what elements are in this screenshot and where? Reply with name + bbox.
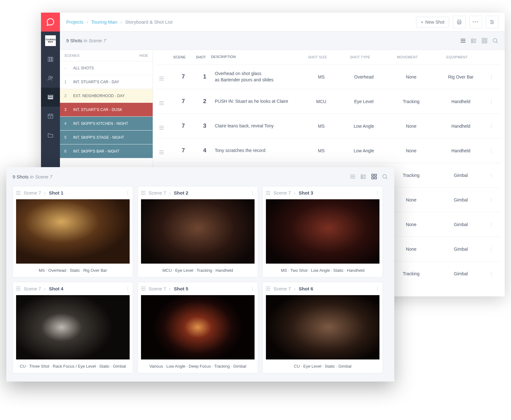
card-menu[interactable]: ⋮ [126,190,130,195]
row-menu[interactable]: ⋮ [485,247,493,251]
svg-point-31 [493,38,497,42]
row-menu[interactable]: ⋮ [485,124,493,128]
drag-handle[interactable] [159,98,172,105]
overlay-search-button[interactable] [382,173,388,180]
shot-count-scene: in Scene 7 [84,38,106,43]
row-menu[interactable]: ⋮ [485,74,493,79]
row-menu[interactable]: ⋮ [485,173,493,178]
drag-handle[interactable] [159,147,172,154]
drag-handle[interactable] [16,191,21,195]
nav-boards[interactable] [41,50,60,69]
cell-movement: None [385,124,437,129]
storyboard-card[interactable]: Scene 7›Shot 6⋮CU · Eye Level · Static ·… [262,282,383,373]
card-menu[interactable]: ⋮ [126,286,130,291]
card-thumbnail[interactable] [16,199,130,264]
row-menu[interactable]: ⋮ [485,271,493,276]
chevron-right-icon: › [169,286,171,291]
drag-handle[interactable] [266,287,270,290]
svg-rect-36 [361,175,363,176]
row-menu[interactable]: ⋮ [485,222,493,227]
scene-item[interactable]: 6INT. SKIPP'S BAR - NIGHT [60,144,153,158]
overlay-view-grid[interactable] [371,173,377,180]
new-shot-button[interactable]: + New Shot [416,17,449,27]
table-row[interactable]: 73Claire leans back, reveal TonyMSLow An… [157,114,501,138]
row-menu[interactable]: ⋮ [485,148,493,153]
card-menu[interactable]: ⋮ [375,190,379,195]
scenes-hide[interactable]: HIDE [139,54,148,57]
scene-label: INT. STUART'S CAR - DAY [73,80,119,84]
th-type: SHOT TYPE [339,55,381,59]
table-row[interactable]: 72PUSH IN: Stuart as he looks at ClaireM… [157,89,501,114]
drag-handle[interactable] [266,191,270,195]
svg-rect-21 [472,39,473,40]
svg-rect-43 [375,174,377,176]
table-row[interactable]: 74Tony scratches the recordMSLow AngleNo… [157,138,501,163]
svg-rect-7 [48,98,53,99]
print-button[interactable] [453,16,466,28]
card-thumbnail[interactable] [266,295,379,359]
storyboard-card[interactable]: Scene 7›Shot 3⋮MS · Two Shot · Low Angle… [262,186,383,277]
drag-handle[interactable] [16,287,21,290]
card-thumbnail[interactable] [141,295,255,359]
drag-handle[interactable] [159,73,172,80]
overlay-view-list[interactable] [349,173,356,180]
scene-label: INT. SKIPP'S STAGE - NIGHT [73,135,124,140]
cell-description: Claire leans back, reveal Tony [215,123,300,129]
nav-files[interactable] [41,125,60,144]
scene-num: 6 [64,149,73,154]
scene-item[interactable]: 1INT. STUART'S CAR - DAY [60,75,153,89]
overlay-view-detail[interactable] [360,173,367,180]
drag-handle[interactable] [159,123,172,130]
svg-point-46 [383,174,386,178]
scene-item[interactable]: 5INT. SKIPP'S STAGE - NIGHT [60,131,153,144]
drag-handle[interactable] [141,191,145,195]
row-menu[interactable]: ⋮ [485,99,493,104]
svg-point-16 [493,21,494,22]
storyboard-card[interactable]: Scene 7›Shot 4⋮CU · Three Shot · Rack Fo… [13,282,133,373]
card-thumbnail[interactable] [141,199,255,264]
breadcrumb-project[interactable]: Touring Man [91,19,117,25]
scene-num: 5 [64,135,73,140]
scene-label: INT. SKIPP'S KITCHEN - NIGHT [73,121,128,126]
table-row[interactable]: 71Overhead on shot glassas Bartender pou… [157,64,501,89]
card-menu[interactable]: ⋮ [375,286,379,291]
cell-movement: None [385,148,437,153]
svg-rect-42 [372,174,374,176]
more-button[interactable]: ••• [469,16,482,28]
svg-rect-44 [372,177,374,179]
card-menu[interactable]: ⋮ [250,286,255,291]
card-shot: Shot 6 [299,286,313,291]
cell-size: MS [300,124,343,129]
scene-item-all[interactable]: - ALL SHOTS [60,61,153,75]
card-menu[interactable]: ⋮ [250,190,255,195]
scene-item[interactable]: 2EXT. NEIGHBORHOOD - DAY [60,89,153,103]
scene-item[interactable]: 3INT. STUART'S CAR - DUSK [60,103,153,117]
scene-item[interactable]: 4INT. SKIPP'S KITCHEN - NIGHT [60,117,153,131]
nav-team[interactable] [41,69,60,88]
cell-scene: 7 [172,73,195,80]
breadcrumb-current: Storyboard & Shot List [125,19,173,25]
settings-button[interactable] [486,16,498,28]
view-list[interactable] [460,38,466,44]
view-grid[interactable] [481,38,488,44]
scene-label: INT. SKIPP'S BAR - NIGHT [73,149,119,154]
card-caption: MCU · Eye Level · Tracking · Handheld [141,268,255,273]
search-button[interactable] [492,38,498,44]
view-detail[interactable] [471,38,477,44]
svg-rect-39 [361,177,363,179]
project-thumbnail[interactable]: TOURINGMAN [41,32,60,50]
cell-equipment: Handheld [437,124,485,129]
storyboard-card[interactable]: Scene 7›Shot 2⋮MCU · Eye Level · Trackin… [138,186,258,277]
nav-calendar[interactable] [41,107,60,125]
storyboard-card[interactable]: Scene 7›Shot 1⋮MS · Overhead · Static · … [13,186,133,277]
breadcrumb-projects[interactable]: Projects [66,19,83,25]
card-thumbnail[interactable] [266,199,379,264]
card-thumbnail[interactable] [16,295,130,359]
breadcrumb: Projects › Touring Man › Storyboard & Sh… [66,19,173,25]
row-menu[interactable]: ⋮ [485,197,493,202]
brand-logo[interactable] [41,13,60,32]
nav-shotlist[interactable] [41,88,60,107]
scene-label: EXT. NEIGHBORHOOD - DAY [73,94,125,98]
storyboard-card[interactable]: Scene 7›Shot 5⋮Various · Low Angle · Dee… [138,282,258,373]
drag-handle[interactable] [141,287,145,290]
